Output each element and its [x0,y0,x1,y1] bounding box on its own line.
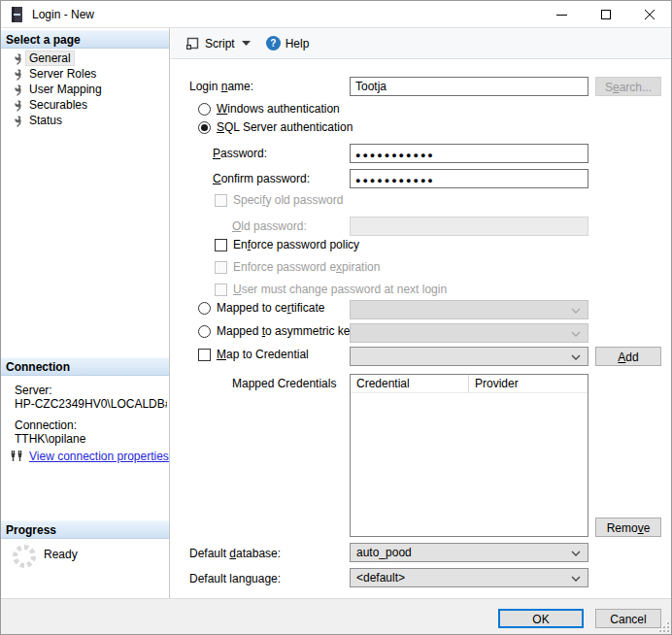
map-credential-combo[interactable] [350,347,588,366]
help-icon: ? [266,36,281,50]
minimize-icon [556,15,567,16]
chevron-down-icon [571,576,581,582]
search-button[interactable]: Search... [595,77,661,96]
dialog-footer: OK Cancel [1,598,671,634]
maximize-icon [601,10,611,19]
sidebar-item-status[interactable]: Status [1,113,169,128]
old-password-label: Old password: [232,219,307,233]
mapped-credentials-list[interactable]: Credential Provider [350,374,588,537]
radio-selected-icon [198,121,211,134]
default-database-combo[interactable]: auto_pood [350,543,588,562]
script-dropdown-icon[interactable] [242,41,251,46]
login-name-input[interactable] [350,77,588,96]
progress-spinner-icon [11,543,38,570]
default-language-label: Default language: [189,572,281,585]
sidebar-item-server-roles[interactable]: Server Roles [1,66,169,82]
must-change-password-checkbox[interactable]: User must change password at next login [215,283,447,296]
enforce-password-policy-label: Enforce password policy [233,238,359,251]
mapped-asymmetric-radio[interactable]: Mapped to asymmetric key [198,324,355,338]
checkbox-icon [215,239,227,251]
windows-auth-radio[interactable]: Windows authentication [198,102,340,116]
remove-button[interactable]: Remove [595,518,661,537]
wrench-icon [9,115,22,127]
chevron-down-icon [571,331,581,337]
close-icon [644,9,655,20]
close-button[interactable] [627,1,671,28]
map-credential-label: Map to Credential [217,348,309,361]
connection-label: Connection: [15,418,167,432]
connection-info: Connection: TTHK\opilane [15,418,167,446]
progress-status: Ready [44,548,78,561]
resize-grip[interactable] [659,622,669,632]
wrench-icon [9,68,22,81]
sidebar-item-user-mapping[interactable]: User Mapping [1,82,169,97]
help-label: Help [286,37,310,50]
chevron-down-icon [571,308,581,314]
help-button[interactable]: ? Help [262,32,314,55]
sidebar-item-label: Status [26,114,65,127]
mapped-certificate-label: Mapped to certificate [217,301,324,315]
mapped-asymmetric-label: Mapped to asymmetric key [217,324,355,338]
ok-button[interactable]: OK [498,609,584,628]
old-password-input[interactable] [350,217,588,236]
mapped-certificate-radio[interactable]: Mapped to certificate [198,301,324,315]
server-value: HP-CZC2349HV0\LOCALDB#B55 [15,397,167,411]
view-connection-properties-link[interactable]: View connection properties [29,450,169,463]
default-language-value: <default> [356,571,405,585]
password-label: Password: [213,147,267,160]
chevron-down-icon [571,354,581,360]
cancel-button[interactable]: Cancel [595,609,661,628]
default-database-label: Default database: [189,547,281,560]
specify-old-password-label: Specify old password [233,193,343,207]
checkbox-icon [198,349,211,361]
enforce-password-policy-checkbox[interactable]: Enforce password policy [215,238,359,251]
mapped-credentials-label: Mapped Credentials [232,377,336,390]
specify-old-password-checkbox[interactable]: Specify old password [215,193,343,207]
checkbox-icon [215,194,227,207]
sql-auth-radio[interactable]: SQL Server authentication [198,120,353,134]
confirm-password-label: Confirm password: [213,172,310,185]
credentials-list-header: Credential Provider [351,375,588,393]
connection-value: TTHK\opilane [15,432,167,446]
app-icon [11,7,23,22]
sidebar-item-general[interactable]: General [1,50,169,66]
server-label: Server: [15,384,167,397]
checkbox-icon [215,284,227,296]
sidebar-item-securables[interactable]: Securables [1,97,169,113]
sidebar: Select a page General Server Roles User … [1,28,170,600]
window-title: Login - New [32,8,94,21]
maximize-button[interactable] [584,1,627,28]
password-input[interactable] [350,144,588,163]
credential-column-header[interactable]: Credential [351,375,469,392]
must-change-password-label: User must change password at next login [233,283,447,296]
wrench-icon [9,84,22,96]
map-credential-checkbox[interactable]: Map to Credential [198,348,309,361]
toolbar: Script ? Help [171,28,672,59]
radio-icon [198,103,211,116]
provider-column-header[interactable]: Provider [469,375,519,392]
checkbox-icon [215,261,227,274]
login-new-dialog: Login - New Select a page General Server… [0,0,672,635]
default-language-combo[interactable]: <default> [350,568,588,587]
enforce-password-expiration-label: Enforce password expiration [233,260,380,274]
progress-header: Progress [1,520,169,539]
add-button[interactable]: Add [595,347,661,366]
mapped-certificate-combo[interactable] [350,300,588,319]
server-info: Server: HP-CZC2349HV0\LOCALDB#B55 [15,384,167,411]
wrench-icon [9,52,22,65]
sidebar-item-label: General [26,51,74,65]
titlebar: Login - New [1,1,671,28]
radio-icon [198,302,211,315]
sidebar-item-label: Server Roles [26,67,99,81]
sql-auth-label: SQL Server authentication [217,120,353,134]
sidebar-item-label: User Mapping [26,83,105,96]
confirm-password-input[interactable] [350,169,588,188]
connection-properties-icon [9,450,24,463]
minimize-button[interactable] [540,1,584,28]
wrench-icon [9,99,22,112]
script-button[interactable]: Script [181,32,254,55]
mapped-asymmetric-combo[interactable] [350,323,588,343]
enforce-password-expiration-checkbox[interactable]: Enforce password expiration [215,260,380,274]
script-icon [185,36,200,51]
general-page-content: Login name: Search... Windows authentica… [171,59,672,600]
